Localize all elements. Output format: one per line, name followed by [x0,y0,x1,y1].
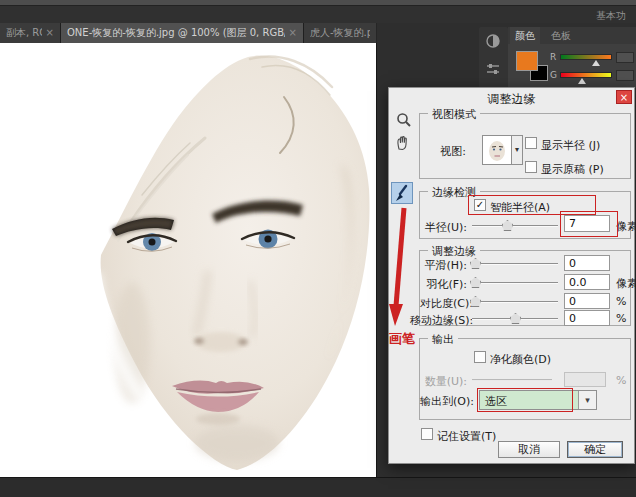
green-value-box[interactable] [616,70,634,81]
radius-slider[interactable] [472,225,558,227]
annotation-arrow [389,206,411,330]
show-radius-label: 显示半径 (J) [541,138,600,153]
edge-detection-group: 边缘检测 ✓ 智能半径(A) 半径(U): 像素 [419,191,631,239]
radius-slider-thumb[interactable] [502,220,513,231]
status-bar [0,477,636,497]
dialog-title: 调整边缘 [389,91,634,108]
smooth-slider-thumb[interactable] [470,258,481,269]
close-icon[interactable]: × [46,23,54,43]
amount-value-box-disabled [564,372,606,387]
amount-label: 数量(U): [420,374,467,389]
collapsed-panel-column [479,27,508,88]
shift-edge-input[interactable] [564,310,610,326]
shift-edge-unit: % [616,312,626,325]
view-mode-group: 视图模式 视图: ▾ 显示半径 (J) 显示原稿 (P) [419,113,631,179]
close-icon[interactable]: × [616,90,632,104]
remember-settings-checkbox[interactable] [421,428,433,440]
show-original-label: 显示原稿 (P) [541,162,604,177]
decontaminate-checkbox[interactable] [474,351,486,363]
adjust-edge-group: 调整边缘 平滑(H): 羽化(F): 像素 对比度(C): % 移动边缘(S): [419,250,631,326]
tab-color[interactable]: 颜色 [510,27,540,44]
refine-edge-dialog: 调整边缘 × 画笔 视图模式 视图: [388,87,635,464]
red-value-box[interactable] [616,52,634,63]
green-channel-slider[interactable] [560,72,612,78]
chevron-down-icon[interactable]: ▾ [578,391,596,409]
annotation-box-output-to [477,388,573,412]
green-slider-thumb[interactable] [578,78,586,84]
document-tab-bar: 副本, RGB/8#) * × ONE-恢复的-恢复的.jpg @ 100% (… [0,23,377,43]
smooth-slider[interactable] [472,263,558,265]
decontaminate-label: 净化颜色(D) [490,352,551,367]
feather-label: 羽化(F): [420,277,467,292]
document-canvas[interactable] [0,43,377,477]
contrast-label: 对比度(C): [420,296,467,311]
shift-edge-label: 移动边缘(S): [410,313,467,328]
view-label: 视图: [434,144,466,159]
output-to-label: 输出到(O): [406,394,474,409]
contrast-slider[interactable] [472,301,558,303]
shift-edge-slider-thumb[interactable] [510,313,521,324]
document-tab-active[interactable]: ONE-恢复的-恢复的.jpg @ 100% (图层 0, RGB/8#) * … [61,23,304,43]
close-icon[interactable]: × [289,23,297,43]
feather-input[interactable] [564,274,610,290]
radius-unit: 像素 [616,219,636,234]
adjustments-panel-icon[interactable] [485,33,501,49]
output-group: 输出 净化颜色(D) 数量(U): % 输出到(O): 选区 ▾ [419,338,631,420]
annotation-brush-note: 画笔 [389,330,415,348]
amount-slider-disabled [472,379,552,381]
document-tab[interactable]: 虎人-恢复的.psd @ 6( [304,23,376,43]
styles-panel-icon[interactable] [485,61,501,77]
red-channel-label: R [550,52,556,62]
foreground-color-swatch[interactable] [516,51,538,71]
remember-settings-label: 记住设置(T) [437,429,496,444]
cancel-button[interactable]: 取消 [498,441,560,458]
zoom-tool-icon[interactable] [396,112,412,128]
color-panel-tabs: 颜色 色板 [508,27,636,44]
green-channel-label: G [550,70,557,80]
contrast-unit: % [616,295,626,308]
view-dropdown-arrow[interactable]: ▾ [512,135,523,165]
ok-button[interactable]: 确定 [567,441,623,458]
feather-slider-thumb[interactable] [470,277,481,288]
smooth-label: 平滑(H): [420,258,467,273]
view-thumbnail-face [483,136,511,164]
contrast-input[interactable] [564,293,610,309]
options-bar: 基本功 [0,6,636,23]
photoshop-window: 基本功 副本, RGB/8#) * × ONE-恢复的-恢复的.jpg @ 10… [0,0,636,497]
smooth-input[interactable] [564,255,610,271]
feather-slider[interactable] [472,282,558,284]
radius-label: 半径(U): [420,220,467,235]
brush-icon [392,183,412,203]
feather-unit: 像素 [616,276,636,291]
tab-swatches[interactable]: 色板 [546,27,576,44]
view-thumbnail-button[interactable] [482,135,512,165]
red-channel-slider[interactable] [560,54,612,60]
portrait-image [0,43,377,477]
document-tab[interactable]: 副本, RGB/8#) * × [0,23,61,43]
shift-edge-slider[interactable] [472,318,558,320]
red-slider-thumb[interactable] [592,60,600,66]
amount-unit: % [616,374,626,387]
refine-radius-brush-button[interactable] [391,182,413,204]
annotation-box-radius-value [560,211,618,237]
hand-tool-icon[interactable] [394,134,412,151]
show-original-checkbox[interactable] [525,161,537,173]
show-radius-checkbox[interactable] [525,137,537,149]
workspace-switcher[interactable]: 基本功 [596,9,626,23]
